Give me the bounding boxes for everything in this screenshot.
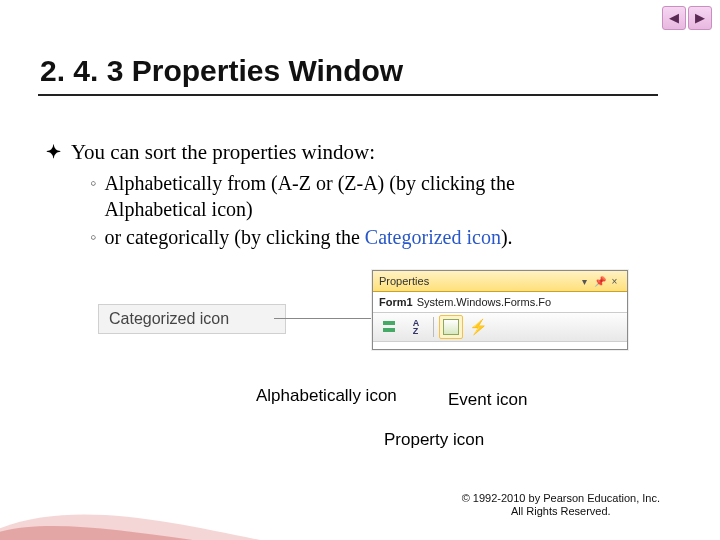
dropdown-icon[interactable]: ▾ <box>578 275 591 288</box>
prev-slide-button[interactable]: ◀ <box>662 6 686 30</box>
categorized-icon-label-box: Categorized icon <box>98 304 286 334</box>
property-callout: Property icon <box>384 430 484 450</box>
decorative-swoosh <box>0 480 260 540</box>
properties-title-text: Properties <box>379 275 429 287</box>
callout-line <box>274 318 388 319</box>
object-name: Form1 <box>379 296 413 308</box>
sub-bullet-1-line2: Alphabetical icon) <box>104 198 252 220</box>
close-icon[interactable]: × <box>608 275 621 288</box>
properties-titlebar: Properties ▾ 📌 × <box>373 271 627 292</box>
properties-object-selector[interactable]: Form1 System.Windows.Forms.Fo <box>373 292 627 313</box>
sub-bullet-1: ◦ Alphabetically from (A-Z or (Z-A) (by … <box>90 170 650 222</box>
properties-button[interactable] <box>439 315 463 339</box>
toolbar-divider <box>433 317 434 337</box>
properties-figure: Categorized icon Properties ▾ 📌 × Form1 … <box>98 270 638 358</box>
object-type: System.Windows.Forms.Fo <box>417 296 551 308</box>
event-callout: Event icon <box>448 390 527 410</box>
properties-icon <box>443 319 459 335</box>
properties-toolbar: AZ ⚡ <box>373 313 627 342</box>
categorized-button[interactable] <box>377 315 401 339</box>
main-bullet: ✦ You can sort the properties window: <box>46 140 375 165</box>
ring-bullet-icon: ◦ <box>90 170 96 196</box>
copyright-line1: © 1992-2010 by Pearson Education, Inc. <box>462 492 660 505</box>
alphabetical-button[interactable]: AZ <box>404 315 428 339</box>
sub-bullet-2-suffix: ). <box>501 226 513 248</box>
next-slide-button[interactable]: ▶ <box>688 6 712 30</box>
alpha-callout: Alphabetically icon <box>256 386 397 406</box>
copyright: © 1992-2010 by Pearson Education, Inc. A… <box>462 492 660 518</box>
events-button[interactable]: ⚡ <box>466 315 490 339</box>
categorized-icon-label: Categorized icon <box>109 310 229 328</box>
main-bullet-text: You can sort the properties window: <box>71 140 375 165</box>
title-underline <box>38 94 658 96</box>
events-icon: ⚡ <box>469 318 488 336</box>
sub-bullet-1-line1: Alphabetically from (A-Z or (Z-A) (by cl… <box>104 172 514 194</box>
properties-panel: Properties ▾ 📌 × Form1 System.Windows.Fo… <box>372 270 628 350</box>
pin-icon[interactable]: 📌 <box>593 275 606 288</box>
sub-bullet-2-link: Categorized icon <box>365 226 501 248</box>
slide-title: 2. 4. 3 Properties Window <box>40 54 403 88</box>
sub-bullets: ◦ Alphabetically from (A-Z or (Z-A) (by … <box>90 170 650 252</box>
nav-arrows: ◀ ▶ <box>662 6 712 30</box>
sub-bullet-2-prefix: or categorically (by clicking the <box>104 226 364 248</box>
ring-bullet-icon: ◦ <box>90 224 96 250</box>
bullet-icon: ✦ <box>46 140 61 164</box>
categorized-icon <box>382 320 396 334</box>
alphabetical-icon: AZ <box>413 319 420 335</box>
copyright-line2: All Rights Reserved. <box>462 505 660 518</box>
sub-bullet-2: ◦ or categorically (by clicking the Cate… <box>90 224 650 250</box>
